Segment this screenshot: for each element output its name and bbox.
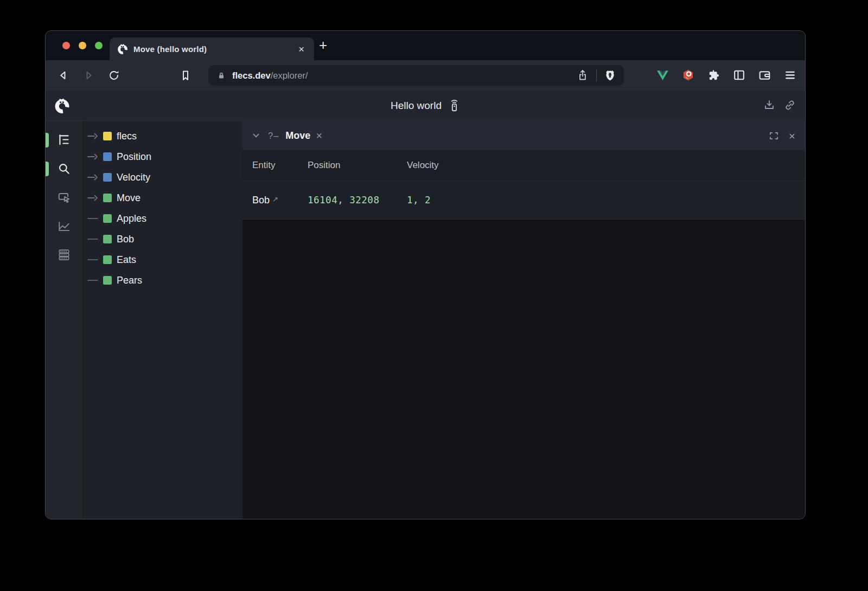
component-color-swatch: [103, 173, 112, 182]
entity-color-swatch: [103, 276, 112, 285]
entity-name[interactable]: Bob: [252, 195, 270, 205]
leaf-line-icon: [87, 277, 100, 284]
query-panel: ?– Move × × Entity Position Velocity Bob…: [242, 121, 805, 519]
entity-color-swatch: [103, 255, 112, 264]
extension-icons: [655, 68, 797, 82]
tab-close-icon[interactable]: ×: [296, 43, 307, 55]
new-tab-button[interactable]: +: [319, 38, 327, 52]
active-indicator: [46, 162, 49, 176]
panel-close-icon[interactable]: ×: [789, 130, 795, 142]
tab-title: Move (hello world): [133, 44, 296, 54]
column-header-velocity: Velocity: [407, 160, 805, 171]
share-link-button[interactable]: [783, 99, 796, 112]
download-button[interactable]: [763, 99, 776, 112]
url-domain: flecs.dev: [232, 70, 271, 80]
url-path: /explorer/: [271, 70, 308, 80]
zoom-window-button[interactable]: [95, 42, 103, 49]
active-indicator: [46, 133, 49, 147]
brave-shield-icon[interactable]: [604, 69, 616, 82]
table-header-row: Entity Position Velocity: [242, 150, 805, 181]
reload-button[interactable]: [107, 69, 120, 82]
memory-icon[interactable]: [57, 248, 71, 262]
entity-link-icon[interactable]: ↗: [272, 195, 278, 203]
sidebar-toggle-icon[interactable]: [732, 68, 746, 82]
tool-sidebar: [46, 121, 83, 519]
tree-item-bob[interactable]: Bob: [83, 229, 242, 249]
browser-toolbar: flecs.dev/explorer/: [46, 60, 805, 91]
fullscreen-icon[interactable]: [768, 130, 780, 142]
browser-window: Move (hello world) × + flecs.dev/explore…: [45, 30, 806, 519]
search-icon[interactable]: [57, 162, 71, 176]
table-row[interactable]: Bob↗ 16104, 32208 1, 2: [242, 181, 805, 220]
statistics-chart-icon[interactable]: [57, 219, 71, 233]
entity-color-swatch: [103, 235, 112, 243]
share-icon[interactable]: [576, 69, 589, 82]
tree-item-flecs[interactable]: flecs: [83, 126, 242, 146]
query-panel-header: ?– Move × ×: [242, 121, 805, 150]
address-bar[interactable]: flecs.dev/explorer/: [208, 65, 624, 86]
module-color-swatch: [103, 132, 112, 140]
flecs-favicon-icon: [117, 43, 128, 54]
wallet-icon[interactable]: [757, 68, 772, 82]
entity-cell[interactable]: Bob↗: [252, 195, 308, 206]
tab-bar: Move (hello world) × +: [46, 31, 805, 60]
close-window-button[interactable]: [62, 42, 70, 49]
position-cell: 16104, 32208: [308, 195, 407, 205]
query-clear-icon[interactable]: ×: [316, 130, 322, 141]
vue-devtools-icon[interactable]: [655, 68, 670, 82]
leaf-line-icon: [87, 236, 100, 242]
column-header-position: Position: [308, 160, 407, 171]
expand-arrow-icon[interactable]: [87, 174, 100, 181]
forward-button[interactable]: [82, 69, 95, 82]
url-text: flecs.dev/explorer/: [232, 70, 308, 81]
query-title: Move: [285, 130, 310, 142]
query-prefix: ?–: [268, 131, 279, 141]
leaf-line-icon: [87, 256, 100, 263]
expand-arrow-icon[interactable]: [87, 195, 100, 201]
tree-item-apples[interactable]: Apples: [83, 208, 242, 229]
leaf-line-icon: [87, 215, 100, 222]
component-color-swatch: [103, 152, 112, 161]
menu-icon[interactable]: [783, 68, 797, 82]
entity-color-swatch: [103, 214, 112, 223]
bookmark-icon[interactable]: [179, 69, 192, 82]
remote-connection-icon[interactable]: [448, 100, 460, 112]
inspector-icon[interactable]: [57, 190, 71, 204]
tree-item-eats[interactable]: Eats: [83, 249, 242, 270]
browser-tab[interactable]: Move (hello world) ×: [110, 37, 314, 60]
hexagon-extension-icon[interactable]: [681, 68, 695, 82]
extensions-puzzle-icon[interactable]: [706, 68, 721, 82]
tree-item-position[interactable]: Position: [83, 146, 242, 167]
chevron-down-icon[interactable]: [250, 130, 262, 142]
entity-color-swatch: [103, 194, 112, 202]
tree-item-move[interactable]: Move: [83, 188, 242, 208]
expand-arrow-icon[interactable]: [87, 133, 100, 139]
entity-tree-icon[interactable]: [57, 133, 71, 147]
minimize-window-button[interactable]: [79, 42, 86, 49]
velocity-cell: 1, 2: [407, 195, 805, 205]
app-header: Hello world: [46, 91, 805, 121]
tree-item-velocity[interactable]: Velocity: [83, 167, 242, 188]
back-button[interactable]: [57, 69, 70, 82]
divider: [596, 69, 597, 81]
tree-item-pears[interactable]: Pears: [83, 270, 242, 291]
traffic-lights: [62, 42, 103, 49]
column-header-entity: Entity: [252, 160, 308, 171]
lock-icon: [217, 71, 226, 80]
entity-tree-panel: flecs Position Velocity Move Apples: [83, 121, 242, 519]
expand-arrow-icon[interactable]: [87, 153, 100, 160]
world-title: Hello world: [391, 100, 442, 112]
